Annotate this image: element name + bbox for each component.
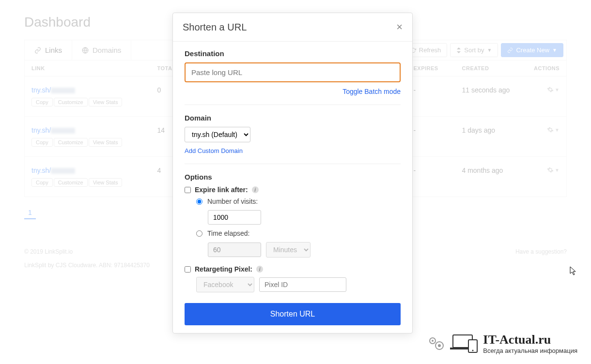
expire-label: Expire link after: [195,186,248,194]
watermark-sub: Всегда актуальная информация [483,347,577,354]
time-input[interactable] [208,243,261,257]
close-icon[interactable]: × [396,21,403,33]
modal-body: Destination Toggle Batch mode Domain tny… [173,42,412,333]
modal-header: Shorten a URL × [173,13,412,42]
watermark-title: IT-Actual.ru [483,333,577,347]
time-label: Time elapsed: [207,229,249,237]
visits-radio[interactable] [196,198,202,205]
shorten-url-button[interactable]: Shorten URL [185,303,401,325]
expire-checkbox[interactable] [185,187,191,193]
info-icon[interactable]: i [256,266,263,273]
destination-input[interactable] [185,62,401,82]
cursor-icon [570,266,577,276]
shorten-url-modal: Shorten a URL × Destination Toggle Batch… [172,13,413,334]
options-label: Options [185,173,401,181]
info-icon[interactable]: i [252,186,259,193]
retarget-checkbox[interactable] [185,266,191,273]
toggle-batch-mode[interactable]: Toggle Batch mode [342,88,401,95]
domain-label: Domain [185,114,401,122]
time-unit-select[interactable]: Minutes [266,242,311,258]
devices-icon [450,333,479,354]
add-custom-domain[interactable]: Add Custom Domain [185,147,243,154]
visits-input[interactable] [208,210,261,225]
pixel-id-input[interactable] [259,277,346,292]
svg-point-8 [472,349,474,351]
visits-label: Number of visits: [207,197,258,205]
gears-icon [427,334,446,353]
retarget-label: Retargeting Pixel: [195,265,252,273]
domain-select[interactable]: tny.sh (Default) [185,127,250,142]
watermark: IT-Actual.ru Всегда актуальная информаци… [427,333,577,354]
pixel-source-select[interactable]: Facebook [196,277,254,292]
time-radio[interactable] [196,230,202,237]
destination-label: Destination [185,49,401,58]
modal-title: Shorten a URL [183,22,247,33]
svg-point-2 [432,340,434,342]
svg-point-4 [438,344,441,347]
